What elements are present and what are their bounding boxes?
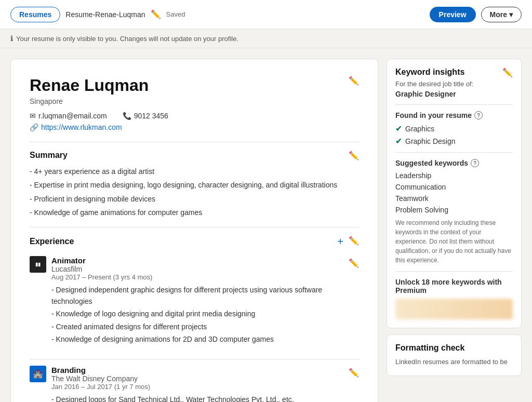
saved-badge: Saved	[166, 10, 185, 18]
suggested-info-icon[interactable]: ?	[471, 159, 479, 167]
keyword-insights-header: Keyword insights ✏️	[395, 68, 513, 80]
job1-title: Animator	[51, 256, 343, 265]
job2-desc-1: - Designed logos for Sand Technical Ltd.…	[51, 394, 343, 402]
summary-line-1: - 4+ years experience as a digital artis…	[30, 166, 359, 177]
lucasfilm-logo: ▮▮	[30, 256, 46, 273]
job2-dates: Jan 2016 – Jul 2017 (1 yr 7 mos)	[51, 383, 343, 391]
suggested-keyword-3: Teamwork	[395, 194, 513, 203]
experience-header: Experience + ✏️	[30, 227, 359, 248]
unlock-title: Unlock 18 more keywords with Premium	[395, 278, 513, 294]
summary-title: Summary	[30, 151, 68, 160]
summary-line-4: - Knowledge of game animations for compu…	[30, 207, 359, 218]
suggested-note: We recommend only including these keywor…	[395, 218, 513, 265]
info-bar: ℹ Your resume is only visible to you. Ch…	[0, 29, 532, 48]
disney-logo: 🏰	[30, 366, 46, 382]
preview-button[interactable]: Preview	[430, 7, 476, 22]
resume-header: Renae Luqman ✏️ Singapore ✉ r.luqman@ema…	[30, 76, 359, 131]
suggested-label-text: Suggested keywords	[395, 159, 468, 167]
phone-icon: 📞	[123, 112, 131, 120]
found-info-icon[interactable]: ?	[474, 111, 483, 119]
resume-contact: ✉ r.luqman@email.com 📞 9012 3456	[30, 112, 359, 120]
summary-line-2: - Expertise in print media designing, lo…	[30, 179, 359, 191]
suggested-keywords-label: Suggested keywords ?	[395, 159, 513, 167]
keyword-subtitle: For the desired job title of:	[395, 80, 513, 88]
formatting-check-title: Formatting check	[395, 343, 513, 353]
add-experience-icon[interactable]: +	[337, 236, 343, 248]
link-icon: 🔗	[30, 123, 38, 131]
keyword-found-2: ✔ Graphic Design	[395, 136, 513, 146]
keyword-insights-card: Keyword insights ✏️ For the desired job …	[387, 59, 522, 328]
suggested-keyword-2: Communication	[395, 183, 513, 191]
header: Resumes Resume-Renae-Luqman ✏️ Saved Pre…	[0, 0, 532, 29]
edit-filename-icon[interactable]: ✏️	[151, 9, 161, 19]
keyword-found-label-2: Graphic Design	[405, 137, 456, 145]
summary-content: - 4+ years experience as a digital artis…	[30, 166, 359, 219]
edit-job1-icon[interactable]: ✏️	[349, 258, 359, 268]
job1-company: Lucasfilm	[51, 265, 343, 273]
chevron-down-icon: ▾	[509, 10, 513, 19]
suggested-keyword-4: Problem Solving	[395, 206, 513, 214]
more-button[interactable]: More ▾	[481, 7, 522, 22]
unlock-blur-preview	[395, 299, 513, 319]
check-icon-2: ✔	[395, 136, 402, 146]
found-label-text: Found in your resume	[395, 111, 472, 119]
header-left: Resumes Resume-Renae-Luqman ✏️ Saved	[10, 7, 423, 22]
right-panel: Keyword insights ✏️ For the desired job …	[387, 59, 522, 402]
summary-line-3: - Proficient in designing mobile devices	[30, 193, 359, 205]
keyword-insights-title: Keyword insights	[395, 68, 464, 77]
lucasfilm-logo-text: ▮▮	[35, 262, 41, 267]
info-bar-message: Your resume is only visible to you. Chan…	[16, 35, 238, 43]
job2-company: The Walt Disney Company	[51, 374, 343, 383]
keyword-job-title: Graphic Designer	[395, 90, 513, 98]
mail-icon: ✉	[30, 112, 36, 120]
more-label: More	[490, 10, 507, 19]
job1-desc-4: - Knowledge of designing animations for …	[51, 333, 343, 345]
job1-desc-1: - Designed independent graphic designs f…	[51, 284, 343, 307]
job2-description: - Designed logos for Sand Technical Ltd.…	[51, 394, 343, 402]
resume-location: Singapore	[30, 97, 359, 105]
experience-item-1: ▮▮ Animator Lucasfilm Aug 2017 – Present…	[30, 256, 359, 346]
resume-panel: Renae Luqman ✏️ Singapore ✉ r.luqman@ema…	[10, 59, 378, 402]
email-value: r.luqman@email.com	[38, 112, 107, 120]
job1-dates: Aug 2017 – Present (3 yrs 4 mos)	[51, 273, 343, 281]
summary-header: Summary ✏️	[30, 142, 359, 160]
formatting-check-card: Formatting check LinkedIn resumes are fo…	[387, 334, 522, 376]
website-link[interactable]: 🔗 https://www.rlukman.com	[30, 123, 359, 131]
job1-content: Animator Lucasfilm Aug 2017 – Present (3…	[51, 256, 343, 346]
keyword-found-label-1: Graphics	[405, 125, 434, 133]
experience-item-2: 🏰 Branding The Walt Disney Company Jan 2…	[30, 366, 359, 402]
job1-desc-3: - Created animated designs for different…	[51, 321, 343, 332]
job1-description: - Designed independent graphic designs f…	[51, 284, 343, 345]
phone-item: 📞 9012 3456	[123, 112, 168, 120]
experience-section: Experience + ✏️ ▮▮ Animator Lucasfilm Au…	[30, 227, 359, 402]
phone-value: 9012 3456	[134, 112, 168, 120]
keyword-found-1: ✔ Graphics	[395, 124, 513, 133]
found-keywords-section: Found in your resume ? ✔ Graphics ✔ Grap…	[395, 111, 513, 146]
info-icon: ℹ	[10, 34, 13, 43]
edit-experience-icon[interactable]: ✏️	[349, 236, 359, 248]
keyword-divider-1	[395, 104, 513, 105]
job2-title: Branding	[51, 366, 343, 374]
disney-logo-icon: 🏰	[33, 369, 43, 379]
resume-full-name: Renae Luqman	[30, 76, 149, 95]
resume-filename: Resume-Renae-Luqman	[65, 10, 145, 19]
edit-keyword-icon[interactable]: ✏️	[502, 68, 513, 77]
experience-title: Experience	[30, 237, 74, 246]
website-url: https://www.rlukman.com	[41, 123, 122, 131]
edit-name-icon[interactable]: ✏️	[349, 76, 359, 86]
resumes-button[interactable]: Resumes	[10, 7, 60, 22]
formatting-check-desc: LinkedIn resumes are formatted to be	[395, 357, 513, 367]
summary-section: Summary ✏️ - 4+ years experience as a di…	[30, 142, 359, 219]
check-icon-1: ✔	[395, 124, 402, 133]
suggested-keyword-1: Leadership	[395, 171, 513, 180]
edit-summary-icon[interactable]: ✏️	[349, 151, 359, 160]
edit-job2-icon[interactable]: ✏️	[349, 368, 359, 378]
keyword-divider-2	[395, 152, 513, 153]
job1-desc-2: - Knowledge of logo designing and digita…	[51, 308, 343, 319]
main-layout: Renae Luqman ✏️ Singapore ✉ r.luqman@ema…	[0, 48, 532, 402]
experience-divider	[30, 359, 359, 359]
unlock-section: Unlock 18 more keywords with Premium	[395, 271, 513, 319]
experience-actions: + ✏️	[337, 236, 359, 248]
job2-content: Branding The Walt Disney Company Jan 201…	[51, 366, 343, 402]
email-item: ✉ r.luqman@email.com	[30, 112, 107, 120]
